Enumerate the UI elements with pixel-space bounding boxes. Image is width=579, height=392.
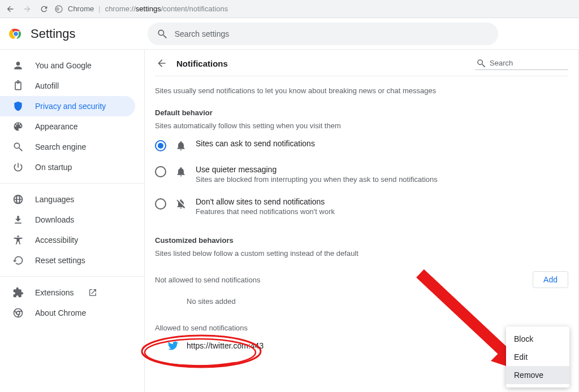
sidebar-label: About Chrome xyxy=(35,308,86,317)
sidebar-label: Reset settings xyxy=(35,256,85,265)
twitter-icon xyxy=(167,340,179,351)
customized-title: Customized behaviors xyxy=(155,223,568,245)
default-behavior-title: Default behavior xyxy=(155,95,568,117)
extension-icon xyxy=(12,287,24,298)
sidebar-item-on-startup[interactable]: On startup xyxy=(0,157,135,177)
search-placeholder: Search settings xyxy=(175,29,230,38)
sidebar-item-autofill[interactable]: Autofill xyxy=(0,76,135,96)
customized-subtitle: Sites listed below follow a custom setti… xyxy=(155,245,568,260)
chrome-outline-icon xyxy=(12,307,24,319)
sidebar-item-downloads[interactable]: Downloads xyxy=(0,210,135,230)
sidebar-label: You and Google xyxy=(35,61,92,70)
sidebar-item-privacy-security[interactable]: Privacy and security xyxy=(0,96,135,116)
radio-label: Sites can ask to send notifications xyxy=(196,139,315,148)
page-title: Notifications xyxy=(176,59,467,68)
forward-icon[interactable] xyxy=(23,5,32,14)
sidebar-divider xyxy=(0,276,144,277)
menu-item-edit[interactable]: Edit xyxy=(506,348,569,366)
bell-icon xyxy=(175,166,187,177)
url-bold: settings xyxy=(136,5,161,13)
sidebar-item-about-chrome[interactable]: About Chrome xyxy=(0,303,135,323)
radio-option-dont-allow[interactable]: Don't allow sites to send notifications … xyxy=(155,190,568,223)
main-content: Notifications Search Sites usually send … xyxy=(144,50,579,392)
sidebar-label: Languages xyxy=(35,195,74,204)
sidebar-label: Downloads xyxy=(35,215,74,224)
back-arrow-icon[interactable] xyxy=(155,56,168,70)
not-allowed-label: Not allowed to send notifications xyxy=(155,276,260,284)
radio-label: Don't allow sites to send notifications xyxy=(196,197,335,206)
search-icon xyxy=(476,58,486,68)
open-in-new-icon xyxy=(88,288,97,297)
radio-sublabel: Sites are blocked from interrupting you … xyxy=(196,175,438,184)
sidebar: You and Google Autofill Privacy and secu… xyxy=(0,50,144,392)
sidebar-item-reset-settings[interactable]: Reset settings xyxy=(0,250,135,271)
nav-icons xyxy=(6,5,49,14)
browser-chrome-bar: Chrome | chrome://settings/content/notif… xyxy=(0,0,579,18)
svg-point-3 xyxy=(14,32,18,36)
clipboard-icon xyxy=(12,80,24,92)
intro-text: Sites usually send notifications to let … xyxy=(155,76,568,95)
search-icon xyxy=(157,28,168,40)
settings-title: Settings xyxy=(31,27,76,41)
sidebar-item-search-engine[interactable]: Search engine xyxy=(0,137,135,157)
back-icon[interactable] xyxy=(6,5,15,14)
radio-icon[interactable] xyxy=(155,198,166,210)
site-url: https://twitter.com:443 xyxy=(187,341,263,350)
radio-label: Use quieter messaging xyxy=(196,165,438,174)
sidebar-label: Appearance xyxy=(35,122,78,131)
person-icon xyxy=(12,60,24,71)
radio-icon[interactable] xyxy=(155,166,166,177)
download-icon xyxy=(12,214,24,225)
sidebar-divider xyxy=(0,183,144,184)
not-allowed-head: Not allowed to send notifications Add xyxy=(155,260,568,288)
add-button[interactable]: Add xyxy=(533,271,568,288)
accessibility-icon xyxy=(12,234,24,246)
shield-icon xyxy=(12,101,24,112)
power-icon xyxy=(12,162,24,173)
chrome-logo-icon xyxy=(9,27,23,41)
settings-search[interactable]: Search settings xyxy=(148,23,498,45)
radio-sublabel: Features that need notifications won't w… xyxy=(196,207,335,216)
address-product: Chrome xyxy=(68,5,94,13)
page-head: Notifications Search xyxy=(155,56,568,76)
sidebar-item-accessibility[interactable]: Accessibility xyxy=(0,230,135,250)
sidebar-label: Accessibility xyxy=(35,236,78,245)
sidebar-item-you-and-google[interactable]: You and Google xyxy=(0,55,135,76)
sidebar-label: Autofill xyxy=(35,81,59,90)
sidebar-label: On startup xyxy=(35,163,72,172)
address-bar[interactable]: Chrome | chrome://settings/content/notif… xyxy=(54,5,228,14)
no-sites-text: No sites added xyxy=(155,288,568,306)
bell-icon xyxy=(175,140,187,151)
sidebar-item-appearance[interactable]: Appearance xyxy=(0,116,135,137)
menu-item-block[interactable]: Block xyxy=(506,330,569,348)
settings-header: Settings Search settings xyxy=(0,18,579,50)
menu-item-remove[interactable]: Remove xyxy=(506,366,569,384)
sidebar-item-extensions[interactable]: Extensions xyxy=(0,282,135,303)
site-info-icon[interactable] xyxy=(54,5,63,14)
radio-icon[interactable] xyxy=(155,140,166,151)
url-suffix: /content/notifications xyxy=(161,5,228,13)
url-prefix: chrome:// xyxy=(105,5,136,13)
restore-icon xyxy=(12,255,24,266)
in-page-search[interactable]: Search xyxy=(475,57,568,70)
sidebar-label: Privacy and security xyxy=(35,102,106,111)
palette-icon xyxy=(12,121,24,132)
sidebar-label: Extensions xyxy=(35,288,74,297)
radio-option-ask[interactable]: Sites can ask to send notifications xyxy=(155,132,568,158)
globe-icon xyxy=(12,194,24,205)
default-behavior-subtitle: Sites automatically follow this setting … xyxy=(155,117,568,132)
in-page-search-placeholder: Search xyxy=(490,59,513,67)
sidebar-item-languages[interactable]: Languages xyxy=(0,189,135,210)
sidebar-label: Search engine xyxy=(35,142,86,151)
address-separator: | xyxy=(98,5,100,13)
bell-off-icon xyxy=(175,198,187,210)
reload-icon[interactable] xyxy=(40,5,49,14)
radio-option-quieter[interactable]: Use quieter messaging Sites are blocked … xyxy=(155,158,568,190)
context-menu: Block Edit Remove xyxy=(506,326,569,387)
search-icon xyxy=(12,141,24,153)
